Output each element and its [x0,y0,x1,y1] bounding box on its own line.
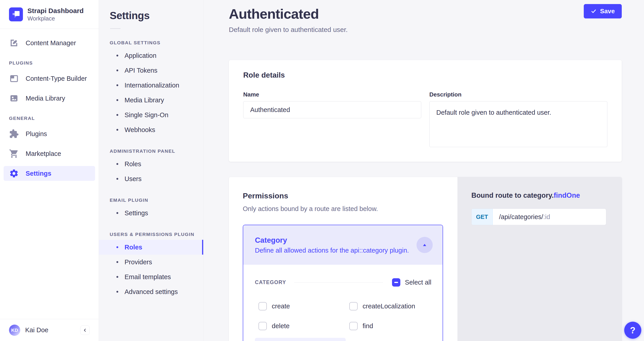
brand[interactable]: Strapi Dashboard Workplace [0,0,99,29]
main-nav: Strapi Dashboard Workplace Content Manag… [0,0,99,341]
nav-item-marketplace[interactable]: Marketplace [4,146,95,161]
accordion-title: Category [255,236,409,244]
nav-section-plugins: PLUGINS [9,60,95,66]
nav-item-media-library[interactable]: Media Library [4,91,95,106]
action-createLocalization: createLocalization [346,298,436,314]
divider [294,282,383,282]
delete-checkbox[interactable] [258,322,267,330]
permissions-title: Permissions [243,191,443,200]
brand-subtitle: Workplace [28,15,84,22]
category-accordion-body: CATEGORY Select all create [243,265,442,341]
layout-icon [9,74,19,84]
bound-route-action: findOne [554,191,580,199]
bullet-icon [116,55,118,57]
sub-section-email-plugin: EMAIL PLUGIN [110,197,203,203]
sub-item-internationalization[interactable]: Internationalization [99,78,203,93]
sub-item-admin-users[interactable]: Users [99,171,203,186]
sub-item-webhooks[interactable]: Webhooks [99,122,203,137]
bound-route-title: Bound route to category.findOne [471,191,606,199]
sub-section-users-permissions-plugin: USERS & PERMISSIONS PLUGIN [110,232,203,237]
sub-item-email-templates[interactable]: Email templates [99,269,203,284]
nav-item-label: Marketplace [26,150,61,157]
category-group-label: CATEGORY [255,279,286,285]
nav-item-content-type-builder[interactable]: Content-Type Builder [4,71,95,86]
nav-item-content-manager[interactable]: Content Manager [4,36,95,50]
sub-item-up-roles[interactable]: Roles [99,240,203,255]
sub-item-media-library[interactable]: Media Library [99,93,203,108]
nav-item-label: Content-Type Builder [26,75,87,82]
action-update: update [346,338,436,341]
avatar[interactable]: KD [9,324,20,336]
find-checkbox[interactable] [349,322,358,330]
sub-item-application[interactable]: Application [99,48,203,63]
settings-sub-nav: Settings GLOBAL SETTINGS Application API… [99,0,204,341]
save-button[interactable]: Save [584,4,622,19]
permissions-subtitle: Only actions bound by a route are listed… [243,205,443,213]
route-path-param: :id [543,213,550,221]
sub-item-advanced-settings[interactable]: Advanced settings [99,284,203,299]
nav-item-label: Media Library [26,95,65,102]
permissions-panel: Permissions Only actions bound by a rout… [229,177,458,341]
create-checkbox[interactable] [258,302,267,310]
chevron-left-icon [82,328,88,333]
main-nav-footer: KD Kai Doe [0,319,99,341]
actions-grid: create createLocalization delete fi [255,298,431,341]
bullet-icon [116,99,118,101]
accordion-collapse-button[interactable] [416,237,433,253]
main-nav-items: Content Manager PLUGINS Content-Type Bui… [0,29,99,181]
sub-item-email-settings[interactable]: Settings [99,206,203,220]
category-accordion-header[interactable]: Category Define all allowed actions for … [243,225,442,265]
name-field[interactable] [243,101,421,118]
http-method-badge: GET [472,209,493,225]
strapi-logo-icon [9,8,23,21]
sub-section-global-settings: GLOBAL SETTINGS [110,40,203,46]
sub-item-providers[interactable]: Providers [99,255,203,269]
brand-title: Strapi Dashboard [28,7,84,15]
select-all-checkbox[interactable] [392,278,400,286]
bullet-icon [116,84,118,86]
permissions-section: Permissions Only actions bound by a rout… [229,177,622,341]
user-name: Kai Doe [25,326,48,334]
cart-icon [9,149,19,159]
image-icon [9,93,19,103]
bullet-icon [116,129,118,131]
sub-nav-divider [110,28,120,29]
select-all-control[interactable]: Select all [392,278,431,286]
description-label: Description [429,91,607,98]
bullet-icon [116,114,118,116]
action-findOne: findOne [255,338,346,341]
sub-item-admin-roles[interactable]: Roles [99,157,203,171]
bullet-icon [116,276,118,278]
bullet-icon [116,291,118,293]
action-delete: delete [255,318,346,334]
select-all-label: Select all [405,279,431,286]
sub-item-single-sign-on[interactable]: Single Sign-On [99,108,203,122]
bullet-icon [116,163,118,165]
createLocalization-checkbox[interactable] [349,302,358,310]
sub-section-administration-panel: ADMINISTRATION PANEL [110,148,203,154]
role-details-card: Role details Name Description Default ro… [229,60,622,162]
triangle-up-icon [422,242,428,248]
nav-section-general: GENERAL [9,116,95,121]
bullet-icon [116,70,118,71]
sidebar-collapse-button[interactable] [80,325,90,335]
nav-item-label: Settings [26,170,51,177]
sub-item-api-tokens[interactable]: API Tokens [99,63,203,78]
main-content: Authenticated Default role given to auth… [204,0,644,341]
bullet-icon [116,261,118,263]
sub-nav-title: Settings [110,10,203,22]
nav-item-settings[interactable]: Settings [4,166,95,181]
bullet-icon [116,246,118,248]
action-create: create [255,298,346,314]
help-button[interactable]: ? [624,322,641,339]
gear-icon [9,168,19,178]
nav-item-plugins[interactable]: Plugins [4,126,95,141]
nav-item-label: Content Manager [26,39,76,47]
route-path: /api/categories/:id [493,209,556,225]
check-icon [591,8,596,14]
page-header: Authenticated Default role given to auth… [229,0,622,34]
bullet-icon [116,212,118,214]
role-details-title: Role details [243,71,607,79]
description-field[interactable]: Default role given to authenticated user… [429,101,607,147]
page-subtitle: Default role given to authenticated user… [229,26,622,34]
